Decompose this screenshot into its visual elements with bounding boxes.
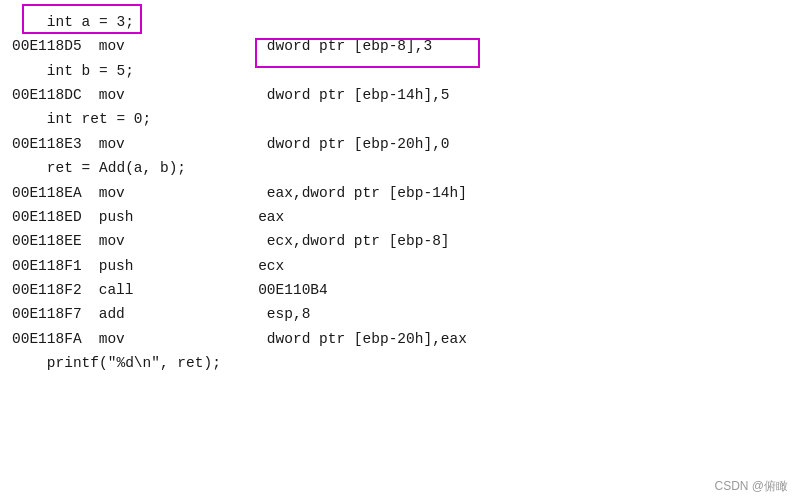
asm-line-7: 00E118F1 push ecx [12,254,788,278]
addr-4: 00E118EA [12,181,90,205]
addr-2: 00E118DC [12,83,90,107]
watermark: CSDN @俯瞰 [714,478,788,495]
source-text-3: int ret = 0; [47,111,151,127]
addr-9: 00E118F7 [12,302,90,326]
mnem-9: add [99,302,154,326]
mnem-1: mov [99,34,154,58]
addr-3: 00E118E3 [12,132,90,156]
mnem-8: call [99,278,154,302]
asm-line-10: 00E118FA mov dword ptr [ebp-20h],eax [12,327,788,351]
mnem-3: mov [99,132,154,156]
source-text-4: ret = Add(a, b); [47,160,186,176]
addr-7: 00E118F1 [12,254,90,278]
source-text-2: int b = 5; [47,63,134,79]
mnem-4: mov [99,181,154,205]
source-line-4: ret = Add(a, b); [12,156,788,180]
source-text-1: int a = 3; [47,14,134,30]
asm-line-2: 00E118DC mov dword ptr [ebp-14h],5 [12,83,788,107]
ops-3: dword ptr [ebp-20h],0 [267,136,450,152]
addr-8: 00E118F2 [12,278,90,302]
source-text-5: printf("%d\n", ret); [47,355,221,371]
ops-7: ecx [258,258,284,274]
asm-line-9: 00E118F7 add esp,8 [12,302,788,326]
mnem-2: mov [99,83,154,107]
addr-10: 00E118FA [12,327,90,351]
mnem-10: mov [99,327,154,351]
ops-4: eax,dword ptr [ebp-14h] [267,185,467,201]
ops-5: eax [258,209,284,225]
source-line-3: int ret = 0; [12,107,788,131]
addr-1: 00E118D5 [12,34,90,58]
ops-2: dword ptr [ebp-14h],5 [267,87,450,103]
ops-8: 00E110B4 [258,282,328,298]
mnem-6: mov [99,229,154,253]
source-line-1: int a = 3; [12,10,788,34]
asm-line-6: 00E118EE mov ecx,dword ptr [ebp-8] [12,229,788,253]
asm-line-1: 00E118D5 mov dword ptr [ebp-8],3 [12,34,788,58]
asm-line-4: 00E118EA mov eax,dword ptr [ebp-14h] [12,181,788,205]
asm-line-3: 00E118E3 mov dword ptr [ebp-20h],0 [12,132,788,156]
ops-9: esp,8 [267,306,311,322]
source-line-5: printf("%d\n", ret); [12,351,788,375]
source-line-2: int b = 5; [12,59,788,83]
addr-5: 00E118ED [12,205,90,229]
code-view: int a = 3; 00E118D5 mov dword ptr [ebp-8… [0,0,800,385]
ops-1: dword ptr [ebp-8],3 [267,38,432,54]
asm-line-5: 00E118ED push eax [12,205,788,229]
asm-line-8: 00E118F2 call 00E110B4 [12,278,788,302]
mnem-7: push [99,254,154,278]
addr-6: 00E118EE [12,229,90,253]
ops-10: dword ptr [ebp-20h],eax [267,331,467,347]
ops-6: ecx,dword ptr [ebp-8] [267,233,450,249]
mnem-5: push [99,205,154,229]
